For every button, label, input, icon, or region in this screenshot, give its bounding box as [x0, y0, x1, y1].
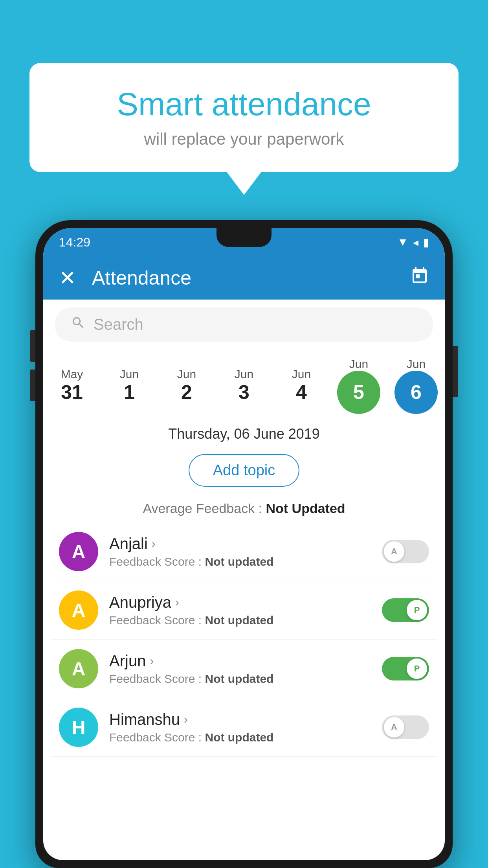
- calendar-day-1[interactable]: Jun1: [104, 368, 155, 404]
- status-icons: ▼ ◂ ▮: [397, 236, 429, 249]
- student-name: Anjali ›: [109, 535, 371, 553]
- avatar: H: [59, 708, 98, 747]
- student-info: Arjun ›Feedback Score : Not updated: [109, 652, 371, 686]
- calendar-day-6[interactable]: Jun6: [391, 357, 442, 414]
- attendance-toggle-0[interactable]: A: [382, 540, 429, 563]
- notch: [216, 228, 272, 247]
- student-row-2[interactable]: AArjun ›Feedback Score : Not updatedP: [51, 640, 437, 698]
- toggle-knob: A: [384, 717, 404, 737]
- avg-feedback-label: Average Feedback :: [143, 501, 262, 516]
- calendar-month-label: Jun: [161, 368, 212, 381]
- student-info: Anupriya ›Feedback Score : Not updated: [109, 594, 371, 627]
- attendance-toggle-3[interactable]: A: [382, 715, 429, 739]
- status-bar: 14:29 ▼ ◂ ▮: [43, 228, 445, 256]
- chevron-right-icon: ›: [152, 537, 156, 550]
- toggle-knob: A: [384, 541, 404, 562]
- student-feedback-score: Feedback Score : Not updated: [109, 614, 371, 627]
- signal-icon: ◂: [413, 236, 418, 249]
- search-icon: [71, 315, 86, 334]
- calendar-day-5[interactable]: Jun5: [333, 357, 384, 414]
- wifi-icon: ▼: [397, 236, 408, 248]
- average-feedback: Average Feedback : Not Updated: [43, 495, 445, 522]
- calendar-day-number: 2: [161, 381, 212, 404]
- status-time: 14:29: [59, 235, 90, 250]
- power-button[interactable]: [453, 346, 458, 397]
- toggle-knob: P: [407, 600, 427, 620]
- student-info: Himanshu ›Feedback Score : Not updated: [109, 711, 371, 744]
- calendar-month-label: Jun: [391, 357, 442, 371]
- student-row-3[interactable]: HHimanshu ›Feedback Score : Not updatedA: [51, 698, 437, 757]
- calendar-day-number: 31: [46, 381, 97, 404]
- student-info: Anjali ›Feedback Score : Not updated: [109, 535, 371, 568]
- speech-bubble: Smart attendance will replace your paper…: [29, 63, 459, 172]
- calendar-month-label: Jun: [333, 357, 384, 371]
- calendar-day-0[interactable]: May31: [46, 368, 97, 404]
- chevron-right-icon: ›: [175, 596, 179, 609]
- student-name: Anupriya ›: [109, 594, 371, 611]
- calendar-day-2[interactable]: Jun2: [161, 368, 212, 404]
- attendance-toggle-1[interactable]: P: [382, 598, 429, 622]
- phone-frame: 14:29 ▼ ◂ ▮ ✕ Attendance S: [35, 220, 453, 868]
- student-row-1[interactable]: AAnupriya ›Feedback Score : Not updatedP: [51, 581, 437, 640]
- calendar-month-label: Jun: [276, 368, 327, 381]
- app-bar: ✕ Attendance: [43, 256, 445, 300]
- calendar-day-number: 1: [104, 381, 155, 404]
- avatar: A: [59, 532, 98, 571]
- student-name: Himanshu ›: [109, 711, 371, 728]
- student-feedback-score: Feedback Score : Not updated: [109, 731, 371, 744]
- toggle-knob: P: [407, 658, 427, 679]
- calendar-month-label: Jun: [104, 368, 155, 381]
- attendance-toggle-2[interactable]: P: [382, 657, 429, 680]
- app-bar-title: Attendance: [92, 267, 410, 289]
- student-list: AAnjali ›Feedback Score : Not updatedAAA…: [43, 522, 445, 757]
- calendar-month-label: Jun: [218, 368, 270, 381]
- speech-bubble-subtitle: will replace your paperwork: [61, 130, 427, 149]
- calendar-month-label: May: [46, 368, 97, 381]
- chevron-right-icon: ›: [150, 654, 154, 668]
- chevron-right-icon: ›: [184, 713, 188, 726]
- avatar: A: [59, 649, 98, 688]
- phone-screen: 14:29 ▼ ◂ ▮ ✕ Attendance S: [43, 228, 445, 860]
- calendar-day-3[interactable]: Jun3: [218, 368, 270, 404]
- volume-up-button[interactable]: [30, 330, 35, 362]
- battery-icon: ▮: [423, 236, 429, 249]
- calendar-row: May31Jun1Jun2Jun3Jun4Jun5Jun6: [43, 349, 445, 418]
- speech-bubble-container: Smart attendance will replace your paper…: [29, 63, 459, 195]
- speech-bubble-title: Smart attendance: [61, 86, 427, 122]
- avatar: A: [59, 590, 98, 630]
- selected-date-label: Thursday, 06 June 2019: [43, 418, 445, 446]
- calendar-day-4[interactable]: Jun4: [276, 368, 327, 404]
- close-button[interactable]: ✕: [59, 266, 76, 290]
- calendar-day-number: 4: [276, 381, 327, 404]
- avg-feedback-value: Not Updated: [266, 501, 345, 516]
- calendar-icon[interactable]: [410, 267, 429, 290]
- student-name: Arjun ›: [109, 652, 371, 670]
- search-bar[interactable]: Search: [55, 307, 433, 342]
- student-feedback-score: Feedback Score : Not updated: [109, 672, 371, 686]
- volume-down-button[interactable]: [30, 370, 35, 401]
- speech-bubble-arrow: [226, 171, 262, 195]
- add-topic-button[interactable]: Add topic: [189, 454, 299, 487]
- student-feedback-score: Feedback Score : Not updated: [109, 555, 371, 568]
- calendar-day-number: 3: [218, 381, 270, 404]
- student-row-0[interactable]: AAnjali ›Feedback Score : Not updatedA: [51, 522, 437, 581]
- search-placeholder: Search: [94, 316, 143, 333]
